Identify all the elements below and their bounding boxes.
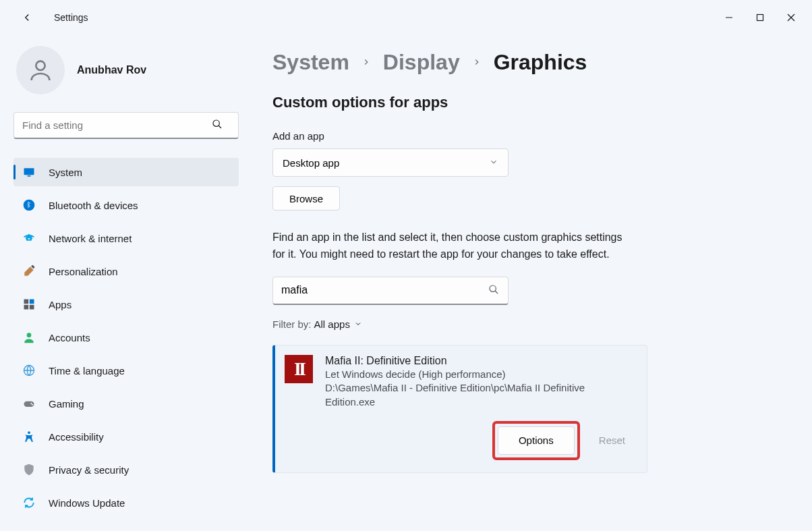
nav-label: Accounts	[49, 332, 90, 343]
sidebar-item-accessibility[interactable]: Accessibility	[13, 422, 239, 451]
filter-row: Filter by: All apps	[272, 318, 772, 330]
nav-label: Personalization	[49, 266, 118, 277]
svg-rect-8	[28, 175, 31, 177]
chevron-right-icon	[361, 55, 371, 70]
maximize-button[interactable]	[745, 7, 776, 28]
app-card[interactable]: II Mafia II: Definitive Edition Let Wind…	[272, 345, 647, 473]
content: System Display Graphics Custom options f…	[250, 35, 812, 531]
update-icon	[22, 495, 36, 510]
profile-block[interactable]: Anubhav Rov	[13, 46, 239, 94]
window-controls	[714, 7, 807, 28]
sidebar: Anubhav Rov System Bluetooth & devices N…	[0, 35, 250, 531]
close-button[interactable]	[776, 7, 807, 28]
dropdown-value: Desktop app	[283, 157, 339, 169]
app-icon: II	[285, 355, 313, 383]
svg-point-18	[30, 403, 32, 404]
section-title: Custom options for apps	[272, 94, 772, 111]
add-app-label: Add an app	[272, 130, 772, 142]
app-preference: Let Windows decide (High performance)	[325, 368, 633, 380]
breadcrumb-current: Graphics	[494, 50, 587, 75]
app-search-box	[272, 277, 509, 305]
svg-line-6	[219, 125, 221, 128]
nav-label: Network & internet	[49, 233, 132, 244]
monitor-icon	[22, 165, 36, 179]
nav-label: System	[49, 167, 82, 178]
svg-point-21	[490, 285, 496, 291]
search-box	[13, 112, 239, 139]
gamepad-icon	[22, 396, 36, 411]
sidebar-item-time[interactable]: Time & language	[13, 356, 239, 385]
breadcrumb: System Display Graphics	[272, 50, 772, 75]
globe-icon	[22, 363, 36, 378]
app-info: Mafia II: Definitive Edition Let Windows…	[325, 355, 633, 409]
svg-point-19	[32, 404, 33, 406]
app-name: Mafia II: Definitive Edition	[325, 355, 633, 367]
back-button[interactable]	[13, 4, 40, 31]
nav-label: Accessibility	[49, 431, 104, 443]
sidebar-item-system[interactable]: System	[13, 158, 239, 186]
nav-label: Time & language	[49, 365, 125, 376]
sidebar-item-accounts[interactable]: Accounts	[13, 323, 239, 352]
avatar	[16, 46, 65, 94]
search-icon[interactable]	[488, 284, 499, 298]
minimize-button[interactable]	[714, 7, 745, 28]
chevron-right-icon	[472, 55, 482, 70]
nav-label: Privacy & security	[49, 464, 129, 476]
svg-rect-10	[31, 264, 35, 269]
app-title: Settings	[54, 12, 88, 23]
wifi-icon	[22, 231, 36, 246]
sidebar-item-gaming[interactable]: Gaming	[13, 389, 239, 418]
svg-rect-7	[24, 168, 34, 175]
apps-icon	[22, 297, 36, 312]
options-button[interactable]: Options	[498, 426, 575, 455]
app-type-dropdown[interactable]: Desktop app	[272, 148, 509, 177]
help-text: Find an app in the list and select it, t…	[272, 229, 630, 263]
filter-dropdown[interactable]: All apps	[314, 318, 362, 330]
svg-rect-11	[24, 300, 29, 304]
svg-point-15	[27, 333, 32, 337]
titlebar: Settings	[0, 0, 812, 35]
svg-point-20	[28, 431, 30, 434]
sidebar-item-personalization[interactable]: Personalization	[13, 257, 239, 285]
nav-label: Windows Update	[49, 497, 125, 509]
profile-name: Anubhav Rov	[77, 64, 146, 76]
person-icon	[22, 330, 36, 345]
search-icon	[212, 119, 223, 132]
chevron-down-icon	[354, 320, 362, 328]
shield-icon	[22, 462, 36, 477]
svg-rect-14	[30, 305, 34, 310]
svg-rect-13	[24, 305, 29, 310]
reset-button[interactable]: Reset	[599, 435, 625, 446]
sidebar-item-bluetooth[interactable]: Bluetooth & devices	[13, 191, 239, 219]
sidebar-item-update[interactable]: Windows Update	[13, 488, 239, 517]
nav-label: Apps	[49, 299, 71, 310]
filter-prefix: Filter by:	[272, 318, 312, 330]
options-highlight: Options	[492, 421, 580, 460]
nav-label: Bluetooth & devices	[49, 200, 138, 211]
brush-icon	[22, 264, 36, 279]
nav-list: System Bluetooth & devices Network & int…	[13, 158, 239, 517]
accessibility-icon	[22, 429, 36, 444]
sidebar-item-apps[interactable]: Apps	[13, 290, 239, 318]
svg-rect-1	[757, 15, 763, 21]
nav-label: Gaming	[49, 398, 84, 410]
browse-button[interactable]: Browse	[272, 186, 340, 211]
svg-rect-12	[30, 300, 34, 304]
svg-point-5	[213, 120, 219, 126]
sidebar-item-privacy[interactable]: Privacy & security	[13, 455, 239, 484]
sidebar-item-network[interactable]: Network & internet	[13, 224, 239, 252]
svg-line-22	[495, 291, 498, 294]
chevron-down-icon	[489, 157, 498, 169]
breadcrumb-system[interactable]: System	[272, 50, 349, 75]
breadcrumb-display[interactable]: Display	[383, 50, 460, 75]
svg-point-4	[36, 61, 45, 70]
search-input[interactable]	[13, 112, 239, 139]
app-search-input[interactable]	[272, 277, 509, 305]
app-path: D:\Games\Mafia II - Definitive Edition\p…	[325, 381, 633, 409]
bluetooth-icon	[22, 198, 36, 213]
